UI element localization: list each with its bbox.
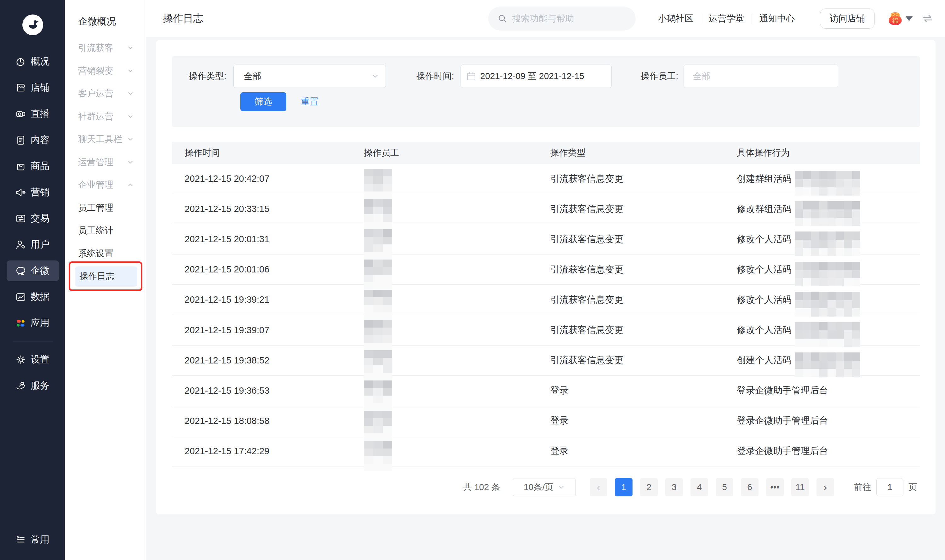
page-button-2[interactable]: 2 (640, 478, 658, 496)
sidebar-item-wecom[interactable]: 企微 (7, 260, 59, 281)
cell-action: 登录企微助手管理后台 (737, 445, 920, 457)
menu-item-operation-log[interactable]: 操作日志 (65, 265, 146, 288)
search-input[interactable] (512, 14, 619, 24)
sidebar-item-label: 用户 (31, 238, 49, 251)
wecom-chat-icon (16, 266, 26, 276)
filter-staff-input[interactable] (683, 65, 838, 88)
menu-group-chat-toolbar[interactable]: 聊天工具栏 (65, 128, 146, 151)
filter-type-select[interactable]: 全部 (233, 65, 386, 88)
sidebar-item-goods[interactable]: 商品 (7, 156, 59, 177)
visit-shop-button[interactable]: 访问店铺 (820, 9, 875, 29)
filter-panel: 操作类型: 全部 操作时间: 2021-12-09 至 2021-12-15 操… (172, 56, 920, 127)
page-button-1[interactable]: 1 (615, 478, 633, 496)
col-header-action: 具体操作行为 (737, 147, 920, 159)
sidebar-item-trade[interactable]: 交易 (7, 208, 59, 229)
sidebar-item-label: 内容 (31, 134, 49, 146)
blurred-action-detail (795, 292, 860, 317)
sidebar-item-favorites[interactable]: 常用 (7, 529, 59, 550)
chevron-down-icon (127, 90, 134, 97)
cell-action: 修改个人活码 (737, 288, 920, 312)
pagination-total: 共 102 条 (463, 481, 500, 493)
blurred-action-detail (795, 201, 860, 226)
cell-type: 引流获客信息变更 (550, 203, 737, 215)
filter-reset-link[interactable]: 重置 (301, 96, 319, 108)
menu-group-customer[interactable]: 客户运营 (65, 82, 146, 105)
action-text: 修改个人活码 (737, 324, 792, 336)
sidebar-item-apps[interactable]: 应用 (7, 313, 59, 334)
page-button-4[interactable]: 4 (691, 478, 708, 496)
user-gear-icon (16, 240, 26, 250)
avatar-lucky-bag[interactable]: 福 (887, 9, 904, 28)
col-header-type: 操作类型 (550, 147, 737, 159)
exchange-icon (16, 214, 26, 224)
sidebar-item-label: 企微 (31, 264, 49, 277)
page-size-select[interactable]: 10条/页 (513, 478, 576, 496)
sidebar-item-service[interactable]: 服务 (7, 375, 59, 396)
blurred-employee-name (364, 350, 392, 380)
search-box[interactable] (488, 7, 636, 31)
sidebar-item-settings[interactable]: 设置 (7, 349, 59, 370)
cell-action: 创建个人活码 (737, 348, 920, 372)
sidebar-item-content[interactable]: 内容 (7, 130, 59, 151)
cell-time: 2021-12-15 17:42:29 (172, 446, 364, 456)
menu-group-operation[interactable]: 运营管理 (65, 151, 146, 174)
cell-type: 引流获客信息变更 (550, 324, 737, 336)
main-column: 操作日志 小鹅社区 运营学堂 通知中心 访问店铺 福 (146, 0, 945, 560)
filter-staff-label: 操作员工: (641, 70, 679, 82)
menu-group-label: 引流获客 (78, 42, 113, 54)
menu-group-label: 企业管理 (78, 179, 113, 191)
sidebar-item-marketing[interactable]: 营销 (7, 182, 59, 203)
table-row: 2021-12-15 19:39:07 引流获客信息变更 修改个人活码 (172, 315, 920, 345)
cell-time: 2021-12-15 19:36:53 (172, 386, 364, 396)
page-button-3[interactable]: 3 (665, 478, 683, 496)
page-button-11[interactable]: 11 (791, 478, 809, 496)
cell-action: 修改群组活码 (737, 197, 920, 222)
sidebar-item-label: 设置 (31, 353, 49, 366)
cell-action: 登录企微助手管理后台 (737, 414, 920, 427)
sidebar-item-live[interactable]: 直播 (7, 104, 59, 125)
menu-item-staff-management[interactable]: 员工管理 (65, 197, 146, 220)
filter-submit-button[interactable]: 筛选 (240, 92, 286, 111)
sidebar-item-label: 常用 (31, 533, 49, 546)
goto-page-input[interactable] (876, 478, 903, 496)
page-ellipsis[interactable]: ••• (766, 478, 784, 496)
table-row: 2021-12-15 20:01:31 引流获客信息变更 修改个人活码 (172, 224, 920, 254)
account-switch-icon[interactable] (921, 14, 934, 24)
action-text: 创建群组活码 (737, 172, 792, 185)
header-separator (701, 14, 701, 23)
sidebar-item-users[interactable]: 用户 (7, 234, 59, 255)
sidebar-item-shop[interactable]: 店铺 (7, 77, 59, 98)
fu-character: 福 (893, 17, 898, 24)
sidebar-item-label: 营销 (31, 186, 49, 199)
action-text: 修改个人活码 (737, 294, 792, 306)
sidebar-item-data[interactable]: 数据 (7, 287, 59, 308)
menu-item-label: 系统设置 (78, 248, 113, 260)
avatar-caret-icon[interactable] (906, 16, 913, 21)
cell-time: 2021-12-15 18:08:58 (172, 416, 364, 426)
menu-group-community[interactable]: 社群运营 (65, 105, 146, 128)
page-button-6[interactable]: 6 (741, 478, 759, 496)
blurred-action-detail (795, 322, 860, 347)
action-text: 登录企微助手管理后台 (737, 414, 828, 427)
filter-date-range[interactable]: 2021-12-09 至 2021-12-15 (460, 65, 612, 88)
filter-type-value: 全部 (244, 70, 262, 82)
cell-action: 登录企微助手管理后台 (737, 384, 920, 397)
secondary-sidebar-title[interactable]: 企微概况 (78, 15, 116, 28)
next-page-button[interactable]: › (816, 478, 834, 496)
menu-group-enterprise[interactable]: 企业管理 (65, 174, 146, 197)
link-academy[interactable]: 运营学堂 (709, 12, 744, 25)
link-community[interactable]: 小鹅社区 (658, 12, 693, 25)
menu-item-label: 员工统计 (78, 225, 113, 237)
menu-item-label: 操作日志 (78, 270, 115, 282)
menu-item-staff-stats[interactable]: 员工统计 (65, 219, 146, 242)
menu-group-traffic[interactable]: 引流获客 (65, 37, 146, 60)
table-row: 2021-12-15 20:42:07 引流获客信息变更 创建群组活码 (172, 164, 920, 194)
prev-page-button[interactable]: ‹ (589, 478, 607, 496)
cell-type: 登录 (550, 445, 737, 457)
page-button-5[interactable]: 5 (716, 478, 733, 496)
cell-type: 引流获客信息变更 (550, 172, 737, 185)
sidebar-item-overview[interactable]: 概况 (7, 51, 59, 72)
brand-logo[interactable] (22, 14, 43, 35)
link-notifications[interactable]: 通知中心 (759, 12, 795, 25)
menu-group-fission[interactable]: 营销裂变 (65, 60, 146, 83)
